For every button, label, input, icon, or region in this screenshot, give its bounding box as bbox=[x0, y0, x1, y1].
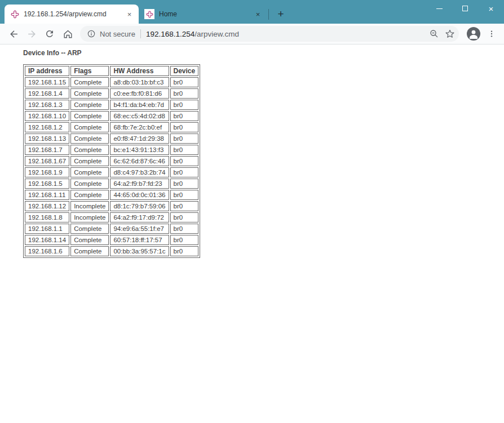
table-row: 192.168.1.4Completec0:ee:fb:f0:81:d6br0 bbox=[25, 88, 198, 99]
info-icon[interactable] bbox=[87, 29, 96, 38]
header-ip-address: IP address bbox=[25, 66, 69, 76]
tab-close-icon[interactable]: × bbox=[125, 10, 134, 19]
table-cell-device: br0 bbox=[170, 212, 199, 222]
table-cell-ip: 192.168.1.7 bbox=[25, 145, 69, 155]
back-icon bbox=[8, 29, 19, 39]
table-cell-flags: Complete bbox=[70, 246, 109, 256]
tab-arpview[interactable]: 192.168.1.254/arpview.cmd × bbox=[5, 5, 139, 24]
table-row: 192.168.1.3Completeb4:f1:da:b4:eb:7dbr0 bbox=[25, 100, 198, 110]
table-cell-hw: d8:1c:79:b7:59:06 bbox=[110, 201, 169, 211]
table-cell-device: br0 bbox=[170, 77, 199, 87]
table-cell-ip: 192.168.1.14 bbox=[25, 235, 69, 245]
table-cell-ip: 192.168.1.3 bbox=[25, 100, 69, 110]
table-cell-hw: 68:ec:c5:4d:02:d8 bbox=[110, 111, 169, 121]
table-cell-hw: d8:c4:97:b3:2b:74 bbox=[110, 167, 169, 177]
table-cell-hw: e0:f8:47:1d:29:38 bbox=[110, 133, 169, 144]
table-cell-hw: b4:f1:da:b4:eb:7d bbox=[110, 100, 169, 110]
home-button[interactable] bbox=[60, 26, 76, 42]
window-controls: × bbox=[426, 0, 504, 17]
table-cell-ip: 192.168.1.9 bbox=[25, 167, 69, 177]
table-row: 192.168.1.8Incomplete64:a2:f9:17:d9:72br… bbox=[25, 212, 198, 222]
page-content: Device Info -- ARP IP address Flags HW A… bbox=[0, 44, 504, 422]
maximize-button[interactable] bbox=[452, 0, 478, 17]
address-bar[interactable]: Not secure 192.168.1.254/arpview.cmd bbox=[80, 26, 459, 42]
tab-home[interactable]: Home × bbox=[139, 5, 267, 24]
tab-strip: 192.168.1.254/arpview.cmd × Home × + bbox=[0, 0, 288, 24]
table-row: 192.168.1.5Complete64:a2:f9:b7:fd:23br0 bbox=[25, 179, 198, 189]
arp-table: IP address Flags HW Address Device 192.1… bbox=[23, 64, 200, 258]
table-cell-device: br0 bbox=[170, 145, 199, 155]
security-status-label[interactable]: Not secure bbox=[100, 30, 135, 38]
table-cell-flags: Complete bbox=[70, 190, 109, 200]
table-cell-hw: c0:ee:fb:f0:81:d6 bbox=[110, 88, 169, 99]
table-cell-device: br0 bbox=[170, 190, 199, 200]
table-cell-flags: Complete bbox=[70, 235, 109, 245]
table-row: 192.168.1.13Completee0:f8:47:1d:29:38br0 bbox=[25, 133, 198, 144]
tab-title: 192.168.1.254/arpview.cmd bbox=[24, 10, 120, 18]
table-row: 192.168.1.11Complete44:65:0d:0c:01:36br0 bbox=[25, 190, 198, 200]
table-cell-device: br0 bbox=[170, 122, 199, 132]
home-icon bbox=[63, 29, 73, 39]
page-title: Device Info -- ARP bbox=[23, 49, 504, 57]
zoom-out-icon bbox=[429, 29, 439, 39]
table-cell-device: br0 bbox=[170, 179, 199, 189]
table-cell-device: br0 bbox=[170, 224, 199, 234]
table-cell-hw: bc:e1:43:91:13:f3 bbox=[110, 145, 169, 155]
minimize-button[interactable] bbox=[426, 0, 452, 17]
table-cell-flags: Incomplete bbox=[70, 212, 109, 222]
profile-button[interactable] bbox=[465, 25, 483, 43]
table-cell-flags: Incomplete bbox=[70, 201, 109, 211]
table-cell-hw: 44:65:0d:0c:01:36 bbox=[110, 190, 169, 200]
table-cell-device: br0 bbox=[170, 111, 199, 121]
table-cell-ip: 192.168.1.2 bbox=[25, 122, 69, 132]
url-text[interactable]: 192.168.1.254/arpview.cmd bbox=[146, 30, 426, 38]
table-row: 192.168.1.7Completebc:e1:43:91:13:f3br0 bbox=[25, 145, 198, 155]
table-cell-hw: 64:a2:f9:b7:fd:23 bbox=[110, 179, 169, 189]
table-cell-flags: Complete bbox=[70, 77, 109, 87]
table-cell-ip: 192.168.1.13 bbox=[25, 133, 69, 144]
table-cell-flags: Complete bbox=[70, 224, 109, 234]
three-dots-icon bbox=[487, 29, 496, 38]
minimize-icon bbox=[436, 8, 443, 9]
page-zoom-button[interactable] bbox=[426, 26, 442, 42]
table-cell-ip: 192.168.1.12 bbox=[25, 201, 69, 211]
tab-close-icon[interactable]: × bbox=[253, 10, 263, 19]
star-icon bbox=[445, 29, 455, 39]
table-cell-ip: 192.168.1.4 bbox=[25, 88, 69, 99]
forward-icon bbox=[26, 29, 37, 39]
table-row: 192.168.1.15Completea8:db:03:1b:bf:c3br0 bbox=[25, 77, 198, 87]
table-cell-flags: Complete bbox=[70, 156, 109, 166]
table-cell-device: br0 bbox=[170, 88, 199, 99]
table-cell-flags: Complete bbox=[70, 167, 109, 177]
table-cell-hw: 94:e9:6a:55:1f:e7 bbox=[110, 224, 169, 234]
titlebar: 192.168.1.254/arpview.cmd × Home × + × bbox=[0, 0, 504, 24]
url-path: /arpview.cmd bbox=[194, 30, 239, 38]
table-cell-flags: Complete bbox=[70, 145, 109, 155]
bookmark-star-button[interactable] bbox=[442, 26, 458, 42]
tab-title: Home bbox=[159, 10, 249, 18]
table-cell-device: br0 bbox=[170, 100, 199, 110]
header-hw-address: HW Address bbox=[110, 66, 169, 76]
table-cell-flags: Complete bbox=[70, 88, 109, 99]
browser-menu-button[interactable] bbox=[484, 26, 499, 42]
table-cell-ip: 192.168.1.6 bbox=[25, 246, 69, 256]
browser-toolbar: Not secure 192.168.1.254/arpview.cmd bbox=[0, 24, 504, 44]
table-row: 192.168.1.2Complete68:fb:7e:2c:b0:efbr0 bbox=[25, 122, 198, 132]
table-row: 192.168.1.67Complete6c:62:6d:87:6c:46br0 bbox=[25, 156, 198, 166]
table-cell-hw: 60:57:18:ff:17:57 bbox=[110, 235, 169, 245]
reload-button[interactable] bbox=[42, 26, 58, 42]
forward-button[interactable] bbox=[24, 26, 39, 42]
profile-avatar-icon bbox=[467, 27, 480, 41]
table-row: 192.168.1.10Complete68:ec:c5:4d:02:d8br0 bbox=[25, 111, 198, 121]
new-tab-button[interactable]: + bbox=[273, 6, 288, 21]
table-cell-hw: 64:a2:f9:17:d9:72 bbox=[110, 212, 169, 222]
maximize-icon bbox=[462, 6, 468, 11]
table-cell-ip: 192.168.1.15 bbox=[25, 77, 69, 87]
back-button[interactable] bbox=[6, 26, 21, 42]
router-favicon-icon bbox=[10, 10, 19, 19]
url-host: 192.168.1.254 bbox=[146, 30, 194, 38]
table-row: 192.168.1.9Completed8:c4:97:b3:2b:74br0 bbox=[25, 167, 198, 177]
close-button[interactable]: × bbox=[478, 0, 504, 17]
table-cell-ip: 192.168.1.1 bbox=[25, 224, 69, 234]
table-cell-hw: a8:db:03:1b:bf:c3 bbox=[110, 77, 169, 87]
